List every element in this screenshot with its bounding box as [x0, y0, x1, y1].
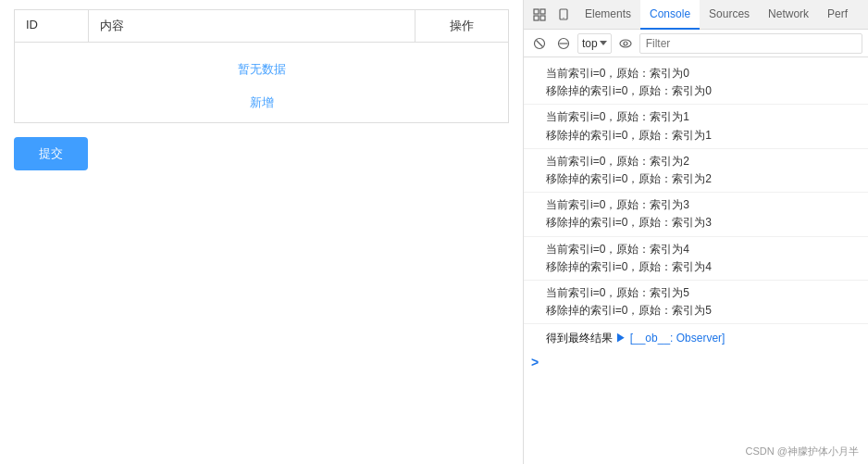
- tab-console[interactable]: Console: [640, 0, 700, 30]
- tab-sources[interactable]: Sources: [700, 0, 759, 30]
- result-line: 得到最终结果 ▶ [__ob__: Observer]: [524, 324, 868, 351]
- devtools-tab-bar: Elements Console Sources Network Perf: [524, 0, 868, 30]
- left-panel: ID 内容 操作 暂无数据 新增 提交: [0, 0, 523, 464]
- svg-rect-1: [540, 9, 545, 14]
- device-icon[interactable]: [552, 3, 576, 27]
- log-group-4: 当前索引i=0，原始：索引为4 移除掉的索引i=0，原始：索引为4: [524, 237, 868, 281]
- observer-ref[interactable]: ▶ [__ob__: Observer]: [615, 332, 725, 345]
- block-icon[interactable]: [553, 33, 574, 54]
- log-line: 移除掉的索引i=0，原始：索引为2: [546, 170, 861, 188]
- log-line: 当前索引i=0，原始：索引为2: [546, 153, 861, 170]
- table-header: ID 内容 操作: [15, 10, 508, 43]
- inspector-icon[interactable]: [527, 3, 552, 27]
- log-group-3: 当前索引i=0，原始：索引为3 移除掉的索引i=0，原始：索引为3: [524, 193, 868, 236]
- filter-input[interactable]: [639, 33, 862, 54]
- log-group-1: 当前索引i=0，原始：索引为1 移除掉的索引i=0，原始：索引为1: [524, 105, 868, 148]
- submit-button[interactable]: 提交: [14, 137, 88, 170]
- log-line: 当前索引i=0，原始：索引为0: [546, 65, 861, 82]
- console-toolbar: top: [524, 30, 868, 57]
- log-line: 移除掉的索引i=0，原始：索引为3: [546, 214, 861, 232]
- svg-line-7: [537, 40, 543, 46]
- add-button[interactable]: 新增: [15, 87, 508, 122]
- log-line: 移除掉的索引i=0，原始：索引为5: [546, 302, 861, 320]
- log-group-0: 当前索引i=0，原始：索引为0 移除掉的索引i=0，原始：索引为0: [524, 61, 868, 105]
- devtools-panel: Elements Console Sources Network Perf to…: [523, 0, 868, 464]
- context-selector[interactable]: top: [577, 33, 612, 54]
- svg-rect-2: [534, 16, 539, 20]
- watermark: CSDN @神朦护体小月半: [746, 445, 859, 458]
- log-line: 移除掉的索引i=0，原始：索引为1: [546, 127, 861, 144]
- context-selector-label: top: [582, 37, 598, 50]
- svg-point-11: [624, 42, 627, 45]
- svg-point-10: [620, 40, 631, 47]
- col-id: ID: [15, 10, 89, 42]
- svg-rect-0: [534, 9, 539, 14]
- table: ID 内容 操作 暂无数据 新增: [14, 9, 509, 123]
- tab-network[interactable]: Network: [759, 0, 818, 30]
- svg-rect-3: [540, 16, 545, 20]
- log-group-5: 当前索引i=0，原始：索引为5 移除掉的索引i=0，原始：索引为5: [524, 281, 868, 324]
- log-line: 移除掉的索引i=0，原始：索引为0: [546, 82, 861, 100]
- clear-console-icon[interactable]: [529, 33, 550, 54]
- empty-text: 暂无数据: [15, 43, 508, 87]
- console-output: 当前索引i=0，原始：索引为0 移除掉的索引i=0，原始：索引为0 当前索引i=…: [524, 57, 868, 464]
- table-body: 暂无数据 新增: [15, 43, 508, 122]
- col-action: 操作: [415, 10, 508, 42]
- svg-point-5: [563, 17, 564, 18]
- log-line: 当前索引i=0，原始：索引为5: [546, 284, 861, 302]
- log-line: 移除掉的索引i=0，原始：索引为4: [546, 258, 861, 276]
- console-prompt[interactable]: >: [524, 351, 868, 373]
- visibility-icon[interactable]: [615, 33, 636, 54]
- tab-perf[interactable]: Perf: [818, 0, 857, 30]
- log-group-2: 当前索引i=0，原始：索引为2 移除掉的索引i=0，原始：索引为2: [524, 149, 868, 193]
- log-line: 当前索引i=0，原始：索引为4: [546, 241, 861, 258]
- log-line: 当前索引i=0，原始：索引为1: [546, 108, 861, 126]
- col-content: 内容: [89, 10, 415, 42]
- tab-elements[interactable]: Elements: [576, 0, 640, 30]
- log-line: 当前索引i=0，原始：索引为3: [546, 196, 861, 214]
